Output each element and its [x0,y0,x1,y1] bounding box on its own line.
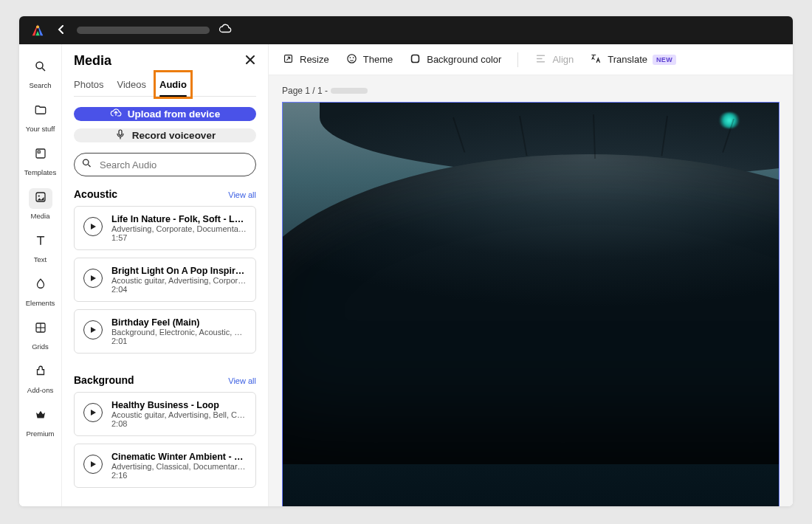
rail-item-elements[interactable]: Elements [22,271,59,311]
templates-icon [34,147,47,163]
tool-label: Background color [427,54,501,65]
main-area: Search Your stuff Templates Media Text E… [19,44,793,506]
artboard[interactable] [282,102,780,506]
track-tags: Background, Electronic, Acoustic, Folk, … [111,328,247,337]
resize-icon [282,52,295,67]
left-rail: Search Your stuff Templates Media Text E… [19,44,62,506]
media-tabs: Photos Videos Audio [74,75,256,97]
document-title-placeholder[interactable] [77,27,210,34]
tool-label: Theme [363,54,393,65]
svg-rect-4 [38,151,40,153]
view-all-link[interactable]: View all [228,190,256,199]
track-info: Bright Light On A Pop Inspiratio… Acoust… [111,266,247,294]
section-background: Background View all Healthy Business - L… [74,374,256,495]
audio-track[interactable]: Cinematic Winter Ambient - Loop Advertis… [74,444,256,488]
upload-from-device-button[interactable]: Upload from device [74,107,256,121]
search-audio-input[interactable] [74,153,256,176]
svg-line-12 [88,165,90,167]
record-voiceover-button[interactable]: Record voiceover [74,128,256,142]
track-info: Birthday Feel (Main) Background, Electro… [111,317,247,345]
play-button[interactable] [83,403,103,422]
media-icon [34,190,47,207]
track-duration: 2:08 [111,419,247,428]
tool-label: Align [552,54,574,65]
play-button[interactable] [83,455,103,474]
app-window: Search Your stuff Templates Media Text E… [19,16,793,506]
track-tags: Acoustic guitar, Advertising, Corporate,… [111,276,247,285]
svg-point-14 [348,54,356,62]
track-tags: Acoustic guitar, Advertising, Bell, Corp… [111,410,247,419]
audio-track[interactable]: Birthday Feel (Main) Background, Electro… [74,309,256,354]
close-panel-button[interactable] [244,54,256,69]
rail-item-add-ons[interactable]: Add-ons [22,358,59,399]
track-title: Cinematic Winter Ambient - Loop [111,452,247,462]
tool-background-color[interactable]: Background color [409,52,501,67]
page-name-placeholder[interactable] [331,88,368,94]
tool-align: Align [534,52,574,67]
search-icon [34,60,47,76]
tool-resize[interactable]: Resize [282,52,329,67]
tool-label: Resize [300,54,329,65]
rail-item-your-stuff[interactable]: Your stuff [22,97,59,137]
background-color-icon [409,52,422,67]
section-acoustic: Acoustic View all Life In Nature - Folk,… [74,188,256,361]
rail-label: Templates [24,168,56,176]
rail-item-premium[interactable]: Premium [22,401,59,442]
track-title: Bright Light On A Pop Inspiratio… [111,266,247,276]
premium-icon [34,408,47,424]
rail-item-search[interactable]: Search [22,53,59,94]
panel-title: Media [74,53,111,69]
add-ons-icon [34,365,47,381]
microphone-icon [114,128,126,142]
rail-item-text[interactable]: Text [22,227,59,268]
tab-audio[interactable]: Audio [159,75,187,96]
rail-label: Elements [26,299,55,307]
svg-line-2 [42,68,45,71]
play-button[interactable] [83,320,103,339]
track-duration: 2:04 [111,285,247,294]
tool-translate[interactable]: Translate NEW [590,52,676,67]
media-panel: Media Photos Videos Audio Upload from de… [62,44,269,506]
search-audio-wrap [74,153,256,176]
audio-track[interactable]: Life In Nature - Folk, Soft - Loop Adver… [74,206,256,250]
grids-icon [34,321,47,337]
track-tags: Advertising, Classical, Documentary, Dr… [111,462,247,471]
cloud-sync-icon[interactable] [219,22,232,38]
audio-track[interactable]: Healthy Business - Loop Acoustic guitar,… [74,392,256,436]
tab-photos[interactable]: Photos [74,75,103,96]
svg-point-15 [349,57,351,58]
tool-theme[interactable]: Theme [345,52,393,67]
tool-label: Translate [608,54,647,65]
top-bar [19,16,793,44]
folder-icon [34,103,47,120]
track-info: Cinematic Winter Ambient - Loop Advertis… [111,452,247,480]
track-duration: 2:16 [111,471,247,480]
rail-item-grids[interactable]: Grids [22,314,59,355]
rail-item-templates[interactable]: Templates [22,140,59,181]
svg-point-1 [36,62,43,69]
track-tags: Advertising, Corporate, Documentary, D… [111,224,247,233]
app-logo [30,22,46,38]
canvas-column: Resize Theme Background color Align [269,44,793,506]
rail-label: Your stuff [26,125,55,133]
tab-audio-label: Audio [159,79,187,90]
upload-label: Upload from device [128,108,220,120]
text-icon [34,234,47,250]
toolbar-divider [517,52,518,67]
rail-item-media[interactable]: Media [22,184,59,224]
theme-icon [345,52,358,67]
rail-label: Media [31,212,50,220]
view-all-link[interactable]: View all [228,376,256,385]
play-button[interactable] [83,217,103,236]
rail-label: Grids [32,342,49,351]
canvas-image [283,103,779,506]
rail-label: Premium [26,430,54,438]
tab-videos[interactable]: Videos [117,75,146,96]
back-button[interactable] [55,24,68,36]
rail-label: Add-ons [27,386,53,394]
audio-track[interactable]: Bright Light On A Pop Inspiratio… Acoust… [74,258,256,302]
svg-point-6 [38,195,39,196]
svg-point-16 [353,57,354,58]
play-button[interactable] [83,269,103,288]
page-indicator-text: Page 1 / 1 - [282,86,328,96]
